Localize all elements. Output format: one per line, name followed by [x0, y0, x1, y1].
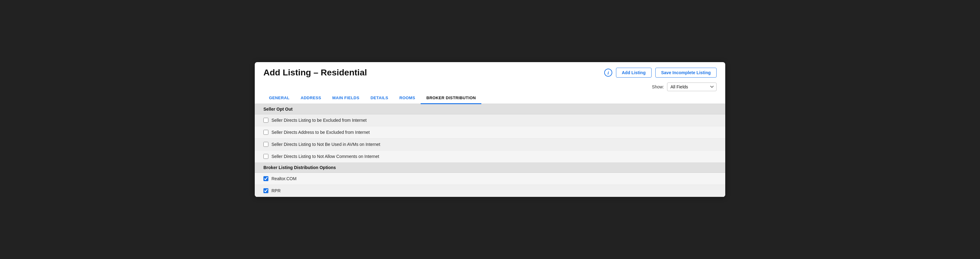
show-label: Show:	[652, 84, 664, 89]
tab-rooms[interactable]: ROOMS	[394, 92, 421, 104]
label-address-excluded: Seller Directs Address to be Excluded fr…	[272, 130, 369, 135]
checkbox-row-excluded-internet: Seller Directs Listing to be Excluded fr…	[255, 114, 725, 126]
tab-general[interactable]: GENERAL	[263, 92, 295, 104]
label-avm: Seller Directs Listing to Not Be Used in…	[272, 142, 380, 147]
page-header: Add Listing – Residential i Add Listing …	[255, 62, 725, 81]
tab-main-fields[interactable]: MAIN FIELDS	[327, 92, 365, 104]
checkbox-row-realtor: Realtor.COM	[255, 173, 725, 185]
checkbox-comments[interactable]	[263, 154, 268, 159]
label-rpr: RPR	[272, 188, 281, 193]
show-row: Show: All Fields Required Fields Empty F…	[255, 81, 725, 92]
checkbox-realtor[interactable]	[263, 176, 268, 181]
label-realtor: Realtor.COM	[272, 176, 296, 181]
tabs-bar: GENERAL ADDRESS MAIN FIELDS DETAILS ROOM…	[255, 92, 725, 104]
info-icon[interactable]: i	[604, 69, 612, 77]
label-excluded-internet: Seller Directs Listing to be Excluded fr…	[272, 118, 366, 123]
checkbox-row-rpr: RPR	[255, 185, 725, 197]
checkbox-address-excluded[interactable]	[263, 130, 268, 135]
tab-address[interactable]: ADDRESS	[295, 92, 326, 104]
label-comments: Seller Directs Listing to Not Allow Comm…	[272, 154, 379, 159]
tab-details[interactable]: DETAILS	[365, 92, 394, 104]
broker-distribution-header: Broker Listing Distribution Options	[255, 163, 725, 173]
save-incomplete-button[interactable]: Save Incomplete Listing	[655, 68, 717, 77]
header-actions: i Add Listing Save Incomplete Listing	[604, 68, 717, 77]
page-title: Add Listing – Residential	[263, 68, 367, 77]
checkbox-row-comments: Seller Directs Listing to Not Allow Comm…	[255, 150, 725, 163]
checkbox-excluded-internet[interactable]	[263, 118, 268, 123]
checkbox-rpr[interactable]	[263, 188, 268, 193]
tab-broker-distribution[interactable]: BROKER DISTRIBUTION	[421, 92, 481, 104]
add-listing-button[interactable]: Add Listing	[616, 68, 652, 77]
checkbox-row-avm: Seller Directs Listing to Not Be Used in…	[255, 139, 725, 150]
content-area: Seller Opt Out Seller Directs Listing to…	[255, 104, 725, 197]
seller-opt-out-header: Seller Opt Out	[255, 104, 725, 114]
checkbox-row-address-excluded: Seller Directs Address to be Excluded fr…	[255, 126, 725, 139]
checkbox-avm[interactable]	[263, 142, 268, 147]
main-window: Add Listing – Residential i Add Listing …	[255, 62, 725, 197]
show-select[interactable]: All Fields Required Fields Empty Fields	[667, 82, 717, 91]
